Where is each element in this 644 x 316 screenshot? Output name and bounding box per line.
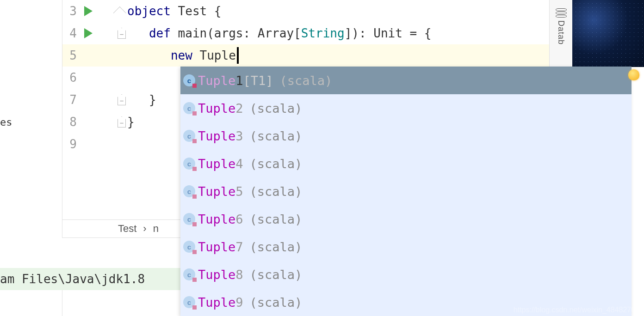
completion-name: Tuple7	[198, 240, 243, 254]
brace: }	[127, 115, 135, 129]
watermark: https://blog.csdn.net/weixin_48482704	[514, 306, 639, 314]
completion-name: Tuple3	[198, 129, 243, 143]
breadcrumb-item[interactable]: Test	[118, 223, 136, 235]
completion-name: Tuple4	[198, 157, 243, 171]
completion-package: (scala)	[250, 101, 303, 115]
line-number: 6	[62, 71, 79, 85]
class-icon: c	[183, 130, 195, 142]
identifier: Tuple	[192, 49, 236, 62]
completion-name: Tuple5	[198, 184, 243, 199]
keyword: new	[171, 49, 192, 62]
brace: {	[214, 4, 222, 18]
breadcrumb-item[interactable]: n	[153, 223, 159, 235]
preview-thumbnail	[572, 0, 644, 67]
line-number: 8	[62, 115, 79, 129]
completion-name: Tuple8	[198, 267, 243, 282]
completion-name: Tuple9	[198, 295, 243, 310]
gutter-row[interactable]: 7 −	[62, 89, 127, 111]
class-icon: c	[183, 241, 195, 253]
completion-name: Tuple1[T1]	[198, 73, 273, 88]
fold-toggle-icon[interactable]: −	[118, 28, 126, 39]
completion-package: (scala)	[250, 240, 303, 254]
completion-name: Tuple2	[198, 101, 243, 115]
autocomplete-item[interactable]: cTuple2(scala)	[180, 94, 632, 122]
autocomplete-popup[interactable]: cTuple1[T1](scala)cTuple2(scala)cTuple3(…	[180, 67, 632, 316]
completion-name: Tuple6	[198, 212, 243, 226]
completion-package: (scala)	[250, 157, 303, 171]
fold-toggle-icon[interactable]: −	[118, 94, 126, 105]
line-number: 5	[62, 49, 79, 62]
brace: }	[149, 93, 156, 107]
type: String	[301, 26, 345, 40]
autocomplete-item[interactable]: cTuple1[T1](scala)	[180, 67, 632, 94]
autocomplete-item[interactable]: cTuple5(scala)	[180, 177, 632, 205]
panel-text-fragment: es	[0, 116, 12, 128]
completion-package: (scala)	[250, 267, 303, 282]
fold-toggle-icon[interactable]	[113, 6, 126, 19]
completion-package: (scala)	[250, 212, 303, 226]
code-line[interactable]: object Test {	[127, 0, 549, 22]
code-line-active[interactable]: new Tuple	[127, 44, 549, 67]
autocomplete-item[interactable]: cTuple6(scala)	[180, 205, 632, 233]
database-icon[interactable]	[556, 8, 567, 18]
class-icon: c	[183, 74, 195, 86]
run-console-output: am Files\Java\jdk1.8	[0, 268, 180, 290]
text-cursor	[237, 47, 239, 64]
gutter-row[interactable]: 8 −	[62, 111, 127, 133]
completion-package: (scala)	[250, 295, 303, 310]
keyword: object	[127, 4, 171, 18]
line-number: 7	[62, 93, 79, 107]
autocomplete-item[interactable]: cTuple8(scala)	[180, 261, 632, 288]
paren: (args: Array[	[207, 26, 301, 40]
class-icon: c	[183, 185, 195, 197]
autocomplete-item[interactable]: cTuple7(scala)	[180, 233, 632, 261]
editor-gutter: 3 4 − 5 6 7 − 8 − 9	[62, 0, 127, 219]
line-number: 9	[62, 137, 79, 151]
autocomplete-item[interactable]: cTuple3(scala)	[180, 122, 632, 150]
gutter-row[interactable]: 4 −	[62, 22, 127, 44]
autocomplete-item[interactable]: cTuple4(scala)	[180, 150, 632, 177]
gutter-row[interactable]: 5	[62, 44, 127, 67]
completion-package: (scala)	[280, 73, 333, 88]
chevron-right-icon: ›	[143, 223, 146, 235]
identifier: main	[171, 26, 207, 40]
run-icon[interactable]	[84, 6, 93, 16]
database-tool-label[interactable]: Datab	[556, 20, 566, 45]
gutter-row[interactable]: 6	[62, 67, 127, 89]
fold-toggle-icon[interactable]: −	[118, 116, 126, 128]
keyword: def	[149, 26, 171, 40]
run-icon[interactable]	[84, 28, 93, 38]
identifier: Test	[171, 4, 214, 18]
class-icon: c	[183, 158, 195, 170]
gutter-row[interactable]: 9	[62, 133, 127, 155]
gutter-row[interactable]: 3	[62, 0, 127, 22]
code-line[interactable]: def main(args: Array[String]): Unit = {	[127, 22, 549, 44]
right-tool-stripe: Datab	[549, 0, 572, 67]
intention-bulb-icon[interactable]	[628, 69, 639, 80]
class-icon: c	[183, 213, 195, 225]
completion-package: (scala)	[250, 129, 303, 143]
line-number: 3	[62, 4, 79, 18]
class-icon: c	[183, 268, 195, 280]
class-icon: c	[183, 296, 195, 308]
class-icon: c	[183, 102, 195, 114]
completion-package: (scala)	[250, 184, 303, 199]
paren: ]): Unit = {	[345, 26, 432, 40]
line-number: 4	[62, 26, 79, 40]
